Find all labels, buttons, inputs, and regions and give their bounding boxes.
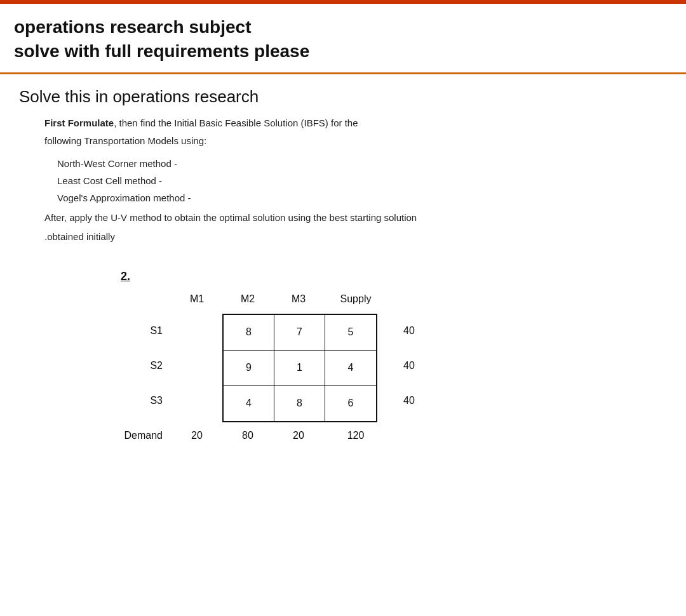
table-body: S1 S2 S3 8 7 5 9 1 4 (121, 314, 667, 422)
row-labels-col: S1 S2 S3 (121, 314, 172, 422)
solve-heading: Solve this in operations research (19, 87, 667, 107)
cell-s1-m3: 5 (325, 315, 376, 350)
cell-s3-m1: 4 (224, 386, 274, 421)
after-text-line1: After, apply the U-V method to obtain th… (44, 210, 667, 225)
instruction-rest: , then find the Initial Basic Feasible S… (114, 117, 358, 128)
cell-s2-m2: 1 (274, 351, 325, 385)
demand-total: 120 (330, 430, 381, 441)
problem-text: First Formulate, then find the Initial B… (44, 116, 667, 149)
table-grid: 8 7 5 9 1 4 4 8 6 (222, 314, 377, 422)
table-section: 2. M1 M2 M3 Supply S1 S2 S3 (121, 270, 667, 441)
cell-s1-m1: 8 (224, 315, 274, 350)
col-headers: M1 M2 M3 Supply (172, 293, 381, 305)
demand-m2: 80 (222, 430, 273, 441)
header-title: operations research subject solve with f… (14, 15, 672, 64)
supply-s1: 40 (384, 314, 434, 349)
demand-label: Demand (121, 430, 172, 441)
instruction-line2: following Transportation Models using: (44, 133, 667, 149)
cell-s3-m2: 8 (274, 386, 325, 421)
demand-m1: 20 (172, 430, 222, 441)
demand-m3: 20 (273, 430, 324, 441)
transport-table-wrapper: M1 M2 M3 Supply S1 S2 S3 8 7 (121, 293, 667, 441)
cell-s2-m1: 9 (224, 351, 274, 385)
table-row-s3: 4 8 6 (224, 386, 376, 421)
table-row-s2: 9 1 4 (224, 351, 376, 386)
supply-values-col: 40 40 40 (384, 314, 434, 422)
row-label-s1: S1 (121, 314, 172, 349)
supply-s2: 40 (384, 349, 434, 384)
demand-cells-group: 20 80 20 (172, 430, 324, 441)
method-nw: North-West Corner method - (57, 155, 667, 172)
method-vogel: Vogel's Approximation method - (57, 189, 667, 206)
row-label-s2: S2 (121, 349, 172, 384)
col-headers-row: M1 M2 M3 Supply (121, 293, 667, 309)
col-header-m1: M1 (172, 293, 222, 305)
supply-s3: 40 (384, 384, 434, 418)
main-content: Solve this in operations research First … (0, 74, 686, 460)
table-row-s1: 8 7 5 (224, 315, 376, 351)
after-text-line2: .obtained initially (44, 229, 667, 244)
header-line1: operations research subject (14, 17, 251, 37)
method-lc: Least Cost Cell method - (57, 172, 667, 189)
col-header-supply: Supply (330, 293, 381, 305)
header-section: operations research subject solve with f… (0, 4, 686, 74)
header-line2: solve with full requirements please (14, 41, 309, 61)
first-formulate-bold: First Formulate (44, 117, 114, 128)
row-label-s3: S3 (121, 384, 172, 418)
col-header-m2: M2 (222, 293, 273, 305)
cell-s3-m3: 6 (325, 386, 376, 421)
method-list: North-West Corner method - Least Cost Ce… (57, 155, 667, 206)
col-header-m3: M3 (273, 293, 324, 305)
demand-row: Demand 20 80 20 120 (121, 430, 667, 441)
cell-s1-m2: 7 (274, 315, 325, 350)
cell-s2-m3: 4 (325, 351, 376, 385)
instruction-line1: First Formulate, then find the Initial B… (44, 116, 667, 131)
problem-number: 2. (121, 270, 667, 283)
